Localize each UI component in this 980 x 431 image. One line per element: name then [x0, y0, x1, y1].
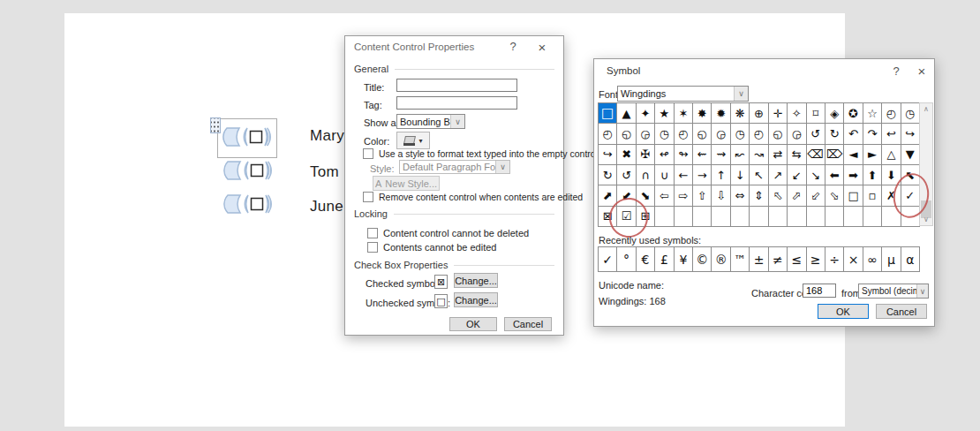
ok-button[interactable]: OK [818, 304, 869, 319]
symbol-cell[interactable]: ◶ [637, 124, 655, 144]
symbol-cell[interactable]: ↻ [825, 124, 844, 144]
symbol-cell[interactable]: ⇕ [750, 185, 768, 206]
symbol-cell[interactable] [693, 207, 712, 227]
symbol-cell[interactable]: ← [675, 165, 693, 185]
symbol-cell[interactable]: ◶ [712, 124, 730, 144]
symbol-cell[interactable]: ◵ [769, 124, 788, 144]
chevron-down-icon[interactable]: ∨ [450, 115, 464, 128]
symbol-cell[interactable]: ⌦ [825, 145, 844, 165]
recent-symbol-cell[interactable]: α [901, 247, 920, 272]
symbol-cell[interactable] [807, 207, 825, 227]
symbol-cell[interactable]: ↫ [655, 145, 674, 165]
symbol-cell[interactable]: ↓ [731, 165, 750, 185]
symbol-cell[interactable]: ◴ [750, 124, 768, 144]
symbol-cell[interactable]: ↬ [675, 145, 693, 165]
symbol-cell[interactable] [844, 207, 863, 227]
symbol-cell[interactable] [712, 207, 730, 227]
font-dropdown[interactable]: Wingdings ∨ [617, 86, 749, 102]
symbol-cell[interactable]: ↶ [844, 124, 863, 144]
symbol-cell[interactable]: ⇜ [693, 145, 712, 165]
symbol-cell[interactable]: □ [599, 103, 617, 124]
symbol-cell[interactable]: → [693, 165, 712, 185]
checkbox-content-control-mary[interactable] [221, 125, 272, 148]
symbol-cell[interactable]: ✖ [617, 145, 636, 165]
symbol-cell[interactable]: ∩ [637, 165, 655, 185]
recent-symbol-cell[interactable]: µ [882, 247, 901, 272]
symbol-cell[interactable]: ✦ [637, 103, 655, 124]
checkbox-content-control-june[interactable] [222, 193, 273, 216]
color-picker-button[interactable]: ▾ [396, 132, 430, 149]
symbol-cell[interactable]: ➡ [844, 165, 863, 185]
recent-symbol-cell[interactable]: ≥ [807, 247, 825, 272]
cancel-button[interactable]: Cancel [504, 317, 552, 331]
tag-input[interactable] [396, 96, 517, 110]
recent-symbol-cell[interactable]: ± [750, 247, 768, 272]
show-as-dropdown[interactable]: Bounding Box ∨ [396, 114, 465, 129]
symbol-cell[interactable] [655, 207, 674, 227]
symbol-cell[interactable]: ⇨ [675, 185, 693, 206]
symbol-cell[interactable]: ⬀ [788, 185, 806, 206]
symbol-cell[interactable]: ↷ [863, 124, 882, 144]
symbol-cell[interactable]: ⬁ [769, 185, 788, 206]
cancel-button[interactable]: Cancel [876, 304, 927, 319]
symbol-cell[interactable]: ✸ [693, 103, 712, 124]
symbol-cell[interactable]: ◷ [731, 124, 750, 144]
symbol-cell[interactable]: ✠ [637, 145, 655, 165]
symbol-cell[interactable]: ⬃ [807, 185, 825, 206]
symbol-cell[interactable]: ↪ [901, 124, 920, 144]
symbol-cell[interactable] [788, 207, 806, 227]
change-checked-button[interactable]: Change... [454, 273, 498, 288]
symbol-cell[interactable]: ↺ [617, 165, 636, 185]
symbol-cell[interactable]: ◶ [788, 124, 806, 144]
symbol-cell[interactable]: ✛ [769, 103, 788, 124]
symbol-cell[interactable]: ◵ [693, 124, 712, 144]
close-icon[interactable]: × [534, 40, 550, 55]
ok-button[interactable]: OK [449, 317, 497, 331]
from-dropdown[interactable]: Symbol (decimal) ∨ [858, 284, 929, 299]
chevron-down-icon[interactable]: ∨ [734, 87, 748, 101]
symbol-cell[interactable]: ⇄ [769, 145, 788, 165]
symbol-cell[interactable]: ★ [655, 103, 674, 124]
symbol-cell[interactable]: ↩ [882, 124, 901, 144]
symbol-cell[interactable]: ↑ [712, 165, 730, 185]
symbol-cell[interactable]: △ [882, 145, 901, 165]
title-input[interactable] [396, 79, 517, 92]
help-icon[interactable]: ? [505, 40, 521, 53]
recent-symbol-cell[interactable]: © [693, 247, 712, 272]
recent-symbol-cell[interactable]: ✓ [599, 247, 617, 272]
recent-symbol-cell[interactable]: £ [655, 247, 674, 272]
symbol-cell[interactable]: ⬂ [825, 185, 844, 206]
symbol-cell[interactable]: ⇩ [712, 185, 730, 206]
symbol-cell[interactable]: □ [844, 185, 863, 206]
cannot-edit-checkbox[interactable] [367, 242, 378, 253]
symbol-cell[interactable]: ⬆ [863, 165, 882, 185]
close-icon[interactable]: × [914, 64, 930, 79]
symbol-cell[interactable] [731, 207, 750, 227]
recent-symbol-cell[interactable]: ÷ [825, 247, 844, 272]
recent-symbol-cell[interactable]: ¥ [675, 247, 693, 272]
recent-symbol-cell[interactable]: ™ [731, 247, 750, 272]
symbol-cell[interactable] [769, 207, 788, 227]
content-control-drag-handle[interactable] [210, 117, 221, 133]
symbol-cell[interactable]: ⬅ [825, 165, 844, 185]
symbol-cell[interactable]: ⇝ [712, 145, 730, 165]
symbol-cell[interactable]: ↺ [807, 124, 825, 144]
symbol-cell[interactable]: ◴ [882, 103, 901, 124]
symbol-cell[interactable]: ↜ [731, 145, 750, 165]
symbol-cell[interactable]: ↪ [599, 145, 617, 165]
symbol-cell[interactable]: ✶ [675, 103, 693, 124]
use-style-checkbox[interactable] [363, 148, 373, 159]
symbol-cell[interactable]: ✧ [788, 103, 806, 124]
symbol-cell[interactable]: ⇔ [731, 185, 750, 206]
symbol-cell[interactable]: ☆ [863, 103, 882, 124]
symbol-cell[interactable]: ↗ [769, 165, 788, 185]
symbol-cell[interactable]: ↻ [599, 165, 617, 185]
remove-control-checkbox[interactable] [363, 192, 373, 202]
symbol-cell[interactable]: ◈ [825, 103, 844, 124]
recent-symbol-cell[interactable]: € [637, 247, 655, 272]
symbol-cell[interactable]: ◵ [617, 124, 636, 144]
symbol-cell[interactable]: ▫ [863, 185, 882, 206]
symbol-cell[interactable]: ◴ [599, 124, 617, 144]
recent-symbol-cell[interactable]: ® [712, 247, 730, 272]
chevron-down-icon[interactable]: ∨ [916, 284, 928, 298]
